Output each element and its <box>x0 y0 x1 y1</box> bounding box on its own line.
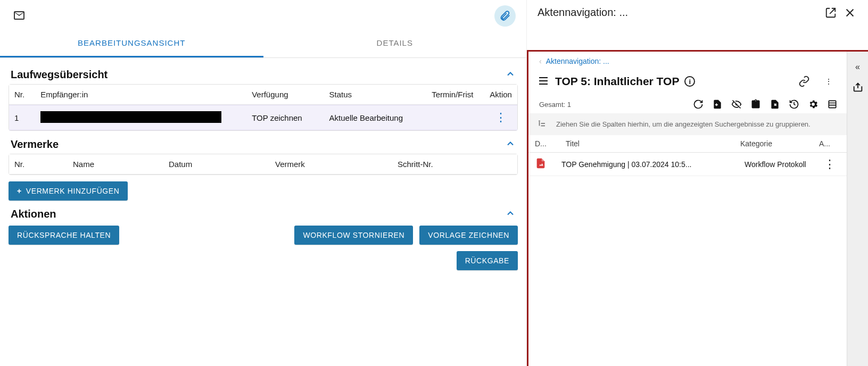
popout-icon[interactable] <box>821 3 840 22</box>
right-pane-outer: Aktennavigation: ... ‹ Aktennavigation: … <box>527 0 868 366</box>
breadcrumb: ‹ Aktennavigation: ... <box>528 52 847 70</box>
table-row[interactable]: 1 TOP zeichnen Aktuelle Bearbeitung ⋮ <box>9 105 517 130</box>
right-pane-title: Aktennavigation: ... <box>538 6 628 19</box>
paste-icon[interactable] <box>750 98 762 110</box>
side-tab: « <box>847 52 868 366</box>
collapse-sidebar-icon[interactable]: « <box>855 62 860 72</box>
col-datum: Datum <box>163 154 270 174</box>
col-aktion: Aktion <box>484 85 517 105</box>
mail-icon[interactable] <box>13 9 26 23</box>
col-a[interactable]: A... <box>819 139 840 148</box>
cell-empfaenger <box>35 105 246 130</box>
pdf-icon <box>535 157 556 171</box>
cell-nr: 1 <box>9 105 35 130</box>
row-menu-icon[interactable]: ⋮ <box>819 157 840 171</box>
collapse-icon[interactable] <box>505 69 516 81</box>
col-status: Status <box>324 85 427 105</box>
file-x-icon[interactable] <box>769 98 781 110</box>
more-icon[interactable]: ⋮ <box>819 72 838 91</box>
section-aktionen-title: Aktionen <box>11 208 56 220</box>
rueckgabe-button[interactable]: RÜCKGABE <box>457 251 518 270</box>
total-count: Gesamt: 1 <box>539 101 571 109</box>
collapse-icon[interactable] <box>505 138 516 151</box>
col-nr: Nr. <box>9 154 68 174</box>
col-name: Name <box>68 154 163 174</box>
svg-rect-0 <box>829 101 836 107</box>
node-title-row: TOP 5: Inhaltlicher TOP i ⋮ <box>528 70 847 96</box>
col-kategorie[interactable]: Kategorie <box>740 139 815 148</box>
col-empfaenger: Empfänger:in <box>35 85 246 105</box>
col-nr: Nr. <box>9 85 35 105</box>
col-termin: Termin/Frist <box>426 85 484 105</box>
col-verfuegung: Verfügung <box>246 85 324 105</box>
close-icon[interactable] <box>840 3 859 22</box>
tab-details[interactable]: DETAILS <box>263 29 527 57</box>
right-pane-header: Aktennavigation: ... <box>527 0 868 25</box>
laufweg-table: Nr. Empfänger:in Verfügung Status Termin… <box>9 84 518 131</box>
link-icon[interactable] <box>795 72 814 91</box>
top-icon-bar <box>0 0 526 29</box>
section-laufweg-head: Laufwegsübersicht <box>9 61 518 84</box>
tabs: BEARBEITUNGSANSICHT DETAILS <box>0 29 526 58</box>
right-toolbar: Gesamt: 1 <box>528 96 847 113</box>
row-menu-icon[interactable]: ⋮ <box>484 105 517 130</box>
cell-verfuegung: TOP zeichnen <box>246 105 324 130</box>
cell-termin <box>426 105 484 130</box>
gear-icon[interactable] <box>807 98 819 110</box>
list-icon[interactable] <box>826 98 838 110</box>
chevron-left-icon[interactable]: ‹ <box>539 57 542 65</box>
upload-icon[interactable] <box>852 81 864 95</box>
history-icon[interactable] <box>788 98 800 110</box>
refresh-icon[interactable] <box>692 98 704 110</box>
tab-edit-view[interactable]: BEARBEITUNGSANSICHT <box>0 29 263 57</box>
menu-icon[interactable] <box>537 74 550 89</box>
hide-icon[interactable] <box>731 98 742 110</box>
workflow-stornieren-button[interactable]: WORKFLOW STORNIEREN <box>294 226 413 245</box>
action-buttons-row: RÜCKSPRACHE HALTEN WORKFLOW STORNIEREN V… <box>9 226 518 245</box>
attachment-icon[interactable] <box>494 5 516 27</box>
left-pane: BEARBEITUNGSANSICHT DETAILS Laufwegsüber… <box>0 0 527 366</box>
plus-icon: + <box>17 187 22 195</box>
right-table-head: D... Titel Kategorie A... <box>528 135 847 153</box>
section-vermerke-head: Vermerke <box>9 131 518 154</box>
file-plus-icon[interactable] <box>712 98 723 110</box>
breadcrumb-link[interactable]: Aktennavigation: ... <box>546 57 609 65</box>
col-d[interactable]: D... <box>535 139 556 148</box>
col-titel[interactable]: Titel <box>560 139 736 148</box>
item-title: TOP Genehmigung | 03.07.2024 10:5... <box>556 160 745 169</box>
col-schritt: Schritt-Nr. <box>392 154 517 174</box>
list-item[interactable]: TOP Genehmigung | 03.07.2024 10:5... Wor… <box>528 153 847 176</box>
group-hint: Ziehen Sie die Spalten hierhin, um die a… <box>528 113 847 135</box>
col-vermerk: Vermerk <box>270 154 392 174</box>
item-category: Workflow Protokoll <box>745 160 819 169</box>
right-content: ‹ Aktennavigation: ... TOP 5: Inhaltlich… <box>528 52 847 366</box>
add-note-label: VERMERK HINZUFÜGEN <box>26 187 120 195</box>
group-hint-text: Ziehen Sie die Spalten hierhin, um die a… <box>556 120 811 128</box>
cell-status: Aktuelle Bearbeitung <box>324 105 427 130</box>
redacted-recipient <box>40 111 221 123</box>
ruecksprache-button[interactable]: RÜCKSPRACHE HALTEN <box>9 226 119 245</box>
section-laufweg-title: Laufwegsübersicht <box>11 69 108 81</box>
section-aktionen-head: Aktionen <box>9 201 518 223</box>
collapse-icon[interactable] <box>505 208 516 220</box>
group-indent-icon[interactable] <box>537 119 547 130</box>
section-vermerke-title: Vermerke <box>11 138 59 151</box>
info-icon[interactable]: i <box>684 76 695 87</box>
main-content: Laufwegsübersicht Nr. Empfänger:in Verfü… <box>0 58 526 366</box>
vermerke-table: Nr. Name Datum Vermerk Schritt-Nr. <box>9 154 518 175</box>
vorlage-zeichnen-button[interactable]: VORLAGE ZEICHNEN <box>419 226 518 245</box>
node-title: TOP 5: Inhaltlicher TOP <box>555 75 679 88</box>
add-note-button[interactable]: +VERMERK HINZUFÜGEN <box>9 181 128 201</box>
